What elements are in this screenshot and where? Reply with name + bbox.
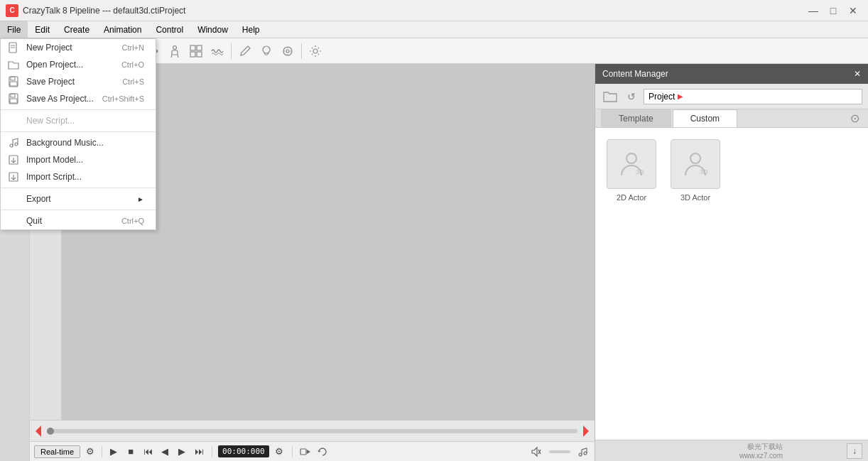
svg-rect-29 (190, 52, 195, 57)
svg-point-34 (313, 49, 318, 53)
2d-actor-label: 2D Actor (617, 193, 646, 202)
tab-custom[interactable]: Custom (673, 109, 737, 127)
content-manager-header: Content Manager ✕ (595, 64, 868, 84)
background-music-icon (6, 137, 21, 148)
frame-fwd-button[interactable]: ▶ (175, 445, 189, 459)
timeline-playhead[interactable] (47, 428, 54, 435)
time-settings-btn[interactable]: ⚙ (272, 445, 286, 459)
frame-back-button[interactable]: ◀ (158, 445, 172, 459)
svg-point-31 (263, 46, 270, 53)
nav-folder-button[interactable] (601, 87, 619, 106)
menu-file[interactable]: File (0, 21, 28, 38)
timeline-left-arrow (36, 425, 41, 437)
menu-edit[interactable]: Edit (28, 21, 57, 38)
3d-actor-icon-box: 3D (671, 139, 720, 189)
menu-new-script: New Script... (1, 112, 156, 129)
menu-save-as-project[interactable]: Save As Project... Ctrl+Shift+S (1, 90, 156, 107)
stop-button[interactable]: ■ (124, 445, 138, 459)
window-controls: — □ ✕ (804, 4, 862, 18)
svg-marker-44 (307, 450, 310, 454)
svg-rect-27 (190, 45, 195, 50)
realtime-button[interactable]: Real-time (34, 445, 80, 458)
app-logo: C (6, 4, 18, 17)
menu-export[interactable]: Export ► (1, 190, 156, 207)
svg-point-48 (584, 452, 587, 455)
footer-download-btn[interactable]: ↓ (847, 443, 862, 459)
svg-rect-5 (10, 82, 17, 86)
breadcrumb-arrow: ▶ (678, 92, 683, 100)
toolbar-grid-btn[interactable] (186, 41, 206, 61)
volume-slider[interactable] (549, 450, 570, 453)
audio-mute-btn[interactable] (529, 445, 543, 459)
menu-save-project[interactable]: Save Project Ctrl+S (1, 73, 156, 90)
maximize-button[interactable]: □ (824, 4, 842, 18)
menu-window[interactable]: Window (190, 21, 235, 38)
watermark-url: www.xz7.com (739, 452, 783, 460)
timeline-area (30, 420, 595, 441)
svg-point-47 (579, 453, 582, 456)
play-button[interactable]: ▶ (107, 445, 121, 459)
svg-point-49 (626, 153, 636, 163)
svg-point-23 (173, 45, 177, 49)
loop-btn[interactable] (315, 445, 330, 459)
menu-quit[interactable]: Quit Ctrl+Q (1, 212, 156, 229)
title-bar-left: C CrazyTalk 8 Pipeline --- default3d.cti… (6, 4, 185, 17)
menu-background-music[interactable]: Background Music... (1, 134, 156, 151)
svg-point-9 (10, 144, 13, 147)
svg-line-26 (178, 55, 178, 58)
nav-refresh-button[interactable]: ↺ (624, 89, 639, 104)
tab-template[interactable]: Template (601, 109, 671, 127)
content-item-2d-actor[interactable]: 3D 2D Actor (607, 139, 656, 202)
menu-animation[interactable]: Animation (97, 21, 148, 38)
menu-help[interactable]: Help (235, 21, 267, 38)
toolbar-waves-btn[interactable] (207, 41, 227, 61)
svg-line-25 (171, 55, 172, 58)
menu-control[interactable]: Control (148, 21, 190, 38)
title-bar: C CrazyTalk 8 Pipeline --- default3d.cti… (0, 0, 868, 21)
music-btn[interactable] (576, 445, 590, 459)
pb-sep2 (212, 446, 212, 457)
window-title: CrazyTalk 8 Pipeline --- default3d.ctiPr… (23, 6, 185, 16)
menu-bar: File Edit Create Animation Control Windo… (0, 21, 868, 38)
animation-settings-btn[interactable]: ⚙ (83, 445, 97, 459)
pb-sep3 (292, 446, 293, 457)
3d-actor-label: 3D Actor (680, 193, 710, 202)
toolbar-head-btn[interactable] (256, 41, 276, 61)
content-manager-nav: ↺ Project ▶ (595, 84, 868, 109)
svg-text:3D: 3D (700, 168, 708, 175)
next-button[interactable]: ⏭ (192, 445, 206, 459)
tab-collapse-icon[interactable]: ⊙ (847, 111, 862, 126)
svg-rect-43 (300, 449, 306, 455)
svg-text:3D: 3D (636, 168, 644, 175)
toolbar-paint-btn[interactable] (235, 41, 255, 61)
toolbar-settings-btn[interactable] (305, 41, 325, 61)
menu-new-project[interactable]: New Project Ctrl+N (1, 39, 156, 56)
pb-sep1 (102, 446, 102, 457)
prev-button[interactable]: ⏮ (141, 445, 155, 459)
svg-rect-24 (172, 50, 178, 55)
new-project-icon (6, 42, 21, 53)
timeline-right-arrow (583, 425, 589, 437)
breadcrumb-bar: Project ▶ (644, 89, 862, 104)
file-dropdown: New Project Ctrl+N Open Project... Ctrl+… (0, 38, 156, 230)
record-btn[interactable] (298, 445, 313, 459)
content-manager-close[interactable]: ✕ (854, 69, 861, 79)
menu-import-model[interactable]: Import Model... (1, 151, 156, 168)
menu-open-project[interactable]: Open Project... Ctrl+O (1, 56, 156, 73)
menu-import-script[interactable]: Import Script... (1, 168, 156, 185)
toolbar-audio-btn[interactable] (278, 41, 298, 61)
right-panel-footer: ↓ 极光下载站 www.xz7.com (595, 440, 868, 461)
tab-row: Template Custom ⊙ (595, 109, 868, 128)
content-item-3d-actor[interactable]: 3D 3D Actor (671, 139, 720, 202)
svg-point-51 (690, 153, 700, 163)
time-display: 00:00:000 (218, 445, 269, 457)
toolbar-separator-3 (301, 43, 302, 59)
right-panel: Content Manager ✕ ↺ Project ▶ Template C… (595, 64, 868, 461)
svg-rect-4 (11, 77, 15, 80)
menu-create[interactable]: Create (57, 21, 97, 38)
minimize-button[interactable]: — (804, 4, 823, 18)
toolbar-body-btn[interactable] (165, 41, 185, 61)
timeline-slider[interactable] (47, 429, 577, 433)
svg-rect-28 (197, 45, 202, 50)
close-button[interactable]: ✕ (844, 4, 862, 18)
